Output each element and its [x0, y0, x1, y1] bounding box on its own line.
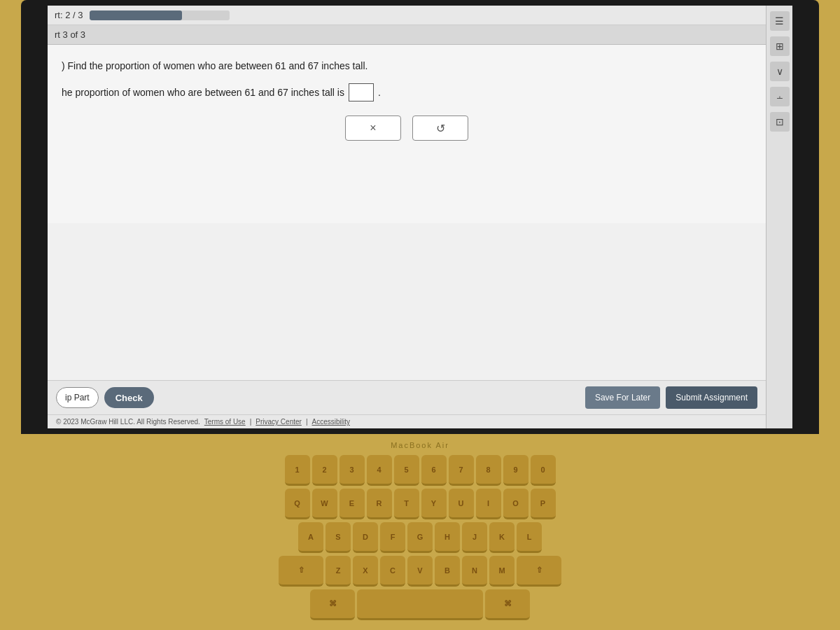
progress-bar-area: rt: 2 / 3	[48, 6, 766, 25]
key-3[interactable]: 3	[340, 455, 365, 486]
key-i[interactable]: I	[476, 489, 501, 519]
key-g[interactable]: G	[407, 522, 433, 553]
key-r[interactable]: R	[367, 489, 392, 519]
key-2[interactable]: 2	[312, 455, 337, 486]
copyright-text: © 2023 McGraw Hill LLC. All Rights Reser…	[56, 418, 200, 426]
screen-bezel: rt: 2 / 3 rt 3 of 3 ) Find the proportio…	[21, 0, 819, 434]
key-n[interactable]: N	[462, 556, 487, 587]
key-5[interactable]: 5	[394, 455, 419, 486]
footer-separator-2: |	[306, 418, 308, 426]
keyboard-row-2: Q W E R T Y U I O P	[285, 489, 556, 519]
key-9[interactable]: 9	[503, 455, 528, 486]
answer-line: he proportion of women who are between 6…	[62, 83, 752, 102]
key-h[interactable]: H	[435, 522, 460, 553]
key-t[interactable]: T	[394, 489, 419, 519]
key-4[interactable]: 4	[367, 455, 392, 486]
key-e[interactable]: E	[340, 489, 365, 519]
key-p[interactable]: P	[531, 489, 556, 519]
progress-track	[90, 10, 230, 20]
keyboard-row-1: 1 2 3 4 5 6 7 8 9 0	[285, 455, 556, 486]
key-space[interactable]	[357, 589, 483, 620]
check-button[interactable]: Check	[104, 387, 154, 408]
key-v[interactable]: V	[407, 556, 433, 587]
sidebar-icon-down[interactable]: ∨	[770, 62, 790, 81]
bottom-right: Save For Later Submit Assignment	[585, 386, 757, 409]
skip-part-button[interactable]: ip Part	[56, 387, 99, 408]
key-cmd-right[interactable]: ⌘	[485, 589, 530, 620]
key-l[interactable]: L	[517, 522, 542, 553]
key-w[interactable]: W	[312, 489, 337, 519]
key-1[interactable]: 1	[285, 455, 310, 486]
question-instruction: ) Find the proportion of women who are b…	[62, 59, 752, 74]
screen-content: rt: 2 / 3 rt 3 of 3 ) Find the proportio…	[48, 6, 766, 428]
key-j[interactable]: J	[462, 522, 487, 553]
sidebar-icon-chart[interactable]: ⫠	[770, 87, 790, 106]
key-z[interactable]: Z	[326, 556, 351, 587]
key-cmd-left[interactable]: ⌘	[310, 589, 355, 620]
part-header: rt 3 of 3	[48, 25, 766, 45]
spacer	[48, 223, 766, 381]
key-6[interactable]: 6	[421, 455, 447, 486]
progress-label: rt: 2 / 3	[55, 10, 83, 20]
save-for-later-button[interactable]: Save For Later	[585, 386, 660, 409]
clear-button[interactable]: ×	[345, 115, 401, 141]
key-shift-right[interactable]: ⇧	[517, 556, 561, 587]
progress-fill	[90, 10, 182, 20]
keyboard-row-4: ⇧ Z X C V B N M ⇧	[279, 556, 561, 587]
right-sidebar: ☰ ⊞ ∨ ⫠ ⊡	[766, 6, 792, 428]
screen: rt: 2 / 3 rt 3 of 3 ) Find the proportio…	[48, 6, 792, 428]
key-m[interactable]: M	[489, 556, 514, 587]
key-f[interactable]: F	[380, 522, 405, 553]
terms-link[interactable]: Terms of Use	[204, 418, 246, 426]
key-s[interactable]: S	[326, 522, 351, 553]
bottom-bar: ip Part Check Save For Later Submit Assi…	[48, 380, 766, 414]
footer-separator-1: |	[250, 418, 252, 426]
key-shift-left[interactable]: ⇧	[279, 556, 323, 587]
key-q[interactable]: Q	[285, 489, 310, 519]
sidebar-icon-grid[interactable]: ⊞	[770, 36, 790, 56]
keyboard-row-space: ⌘ ⌘	[310, 589, 530, 620]
action-buttons-row: × ↺	[62, 115, 752, 141]
key-a[interactable]: A	[298, 522, 323, 553]
key-x[interactable]: X	[353, 556, 378, 587]
bottom-left: ip Part Check	[56, 387, 154, 408]
part-label: rt 3 of 3	[55, 29, 85, 40]
key-u[interactable]: U	[449, 489, 474, 519]
answer-prefix: he proportion of women who are between 6…	[62, 87, 344, 98]
answer-suffix: .	[378, 87, 381, 98]
key-7[interactable]: 7	[449, 455, 474, 486]
key-y[interactable]: Y	[421, 489, 447, 519]
main-content: ) Find the proportion of women who are b…	[48, 45, 766, 223]
key-o[interactable]: O	[503, 489, 528, 519]
answer-input[interactable]	[349, 83, 374, 102]
key-b[interactable]: B	[435, 556, 460, 587]
accessibility-link[interactable]: Accessibility	[312, 418, 349, 426]
keyboard-area: MacBook Air 1 2 3 4 5 6 7 8 9 0 Q W E R …	[0, 438, 840, 630]
footer: © 2023 McGraw Hill LLC. All Rights Reser…	[48, 414, 766, 428]
keyboard-row-3: A S D F G H J K L	[298, 522, 542, 553]
macbook-label: MacBook Air	[391, 441, 449, 449]
key-0[interactable]: 0	[531, 455, 556, 486]
key-d[interactable]: D	[353, 522, 378, 553]
key-c[interactable]: C	[380, 556, 405, 587]
privacy-link[interactable]: Privacy Center	[255, 418, 302, 426]
sidebar-icon-box[interactable]: ⊡	[770, 112, 790, 132]
key-8[interactable]: 8	[476, 455, 501, 486]
submit-assignment-button[interactable]: Submit Assignment	[666, 386, 757, 409]
reset-button[interactable]: ↺	[412, 115, 468, 141]
key-k[interactable]: K	[489, 522, 514, 553]
sidebar-icon-list[interactable]: ☰	[770, 11, 790, 31]
